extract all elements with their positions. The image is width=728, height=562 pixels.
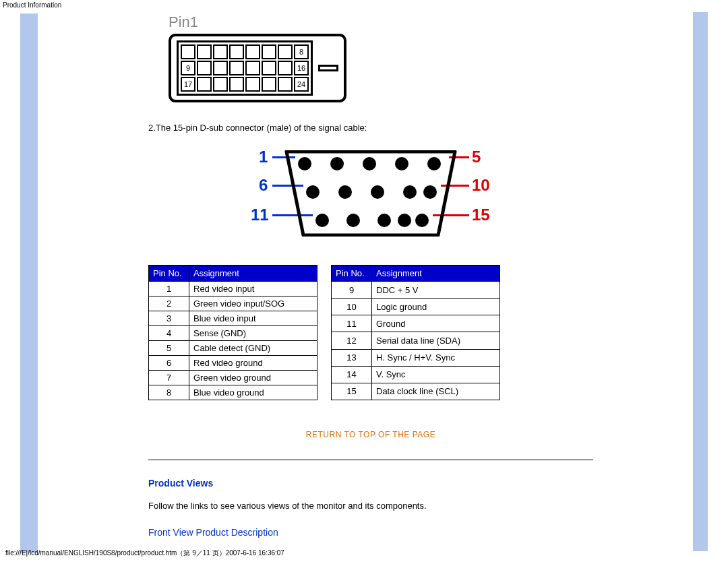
table-row: 5Cable detect (GND) — [149, 341, 317, 356]
section-divider — [148, 460, 593, 460]
table-row: 15Data clock line (SCL) — [332, 383, 500, 400]
table-row: 14V. Sync — [332, 366, 500, 383]
table-row: 2Green video input/SOG — [149, 296, 317, 311]
table-row: 11Ground — [332, 315, 500, 332]
table-row: 6Red video ground — [149, 356, 317, 371]
pin-table-right: Pin No. Assignment 9DDC + 5 V 10Logic gr… — [331, 265, 500, 400]
table-row: 1Red video input — [149, 282, 317, 296]
table-row: 13H. Sync / H+V. Sync — [332, 349, 500, 366]
product-views-body: Follow the links to see various views of… — [148, 501, 593, 511]
assignment-header: Assignment — [189, 266, 317, 282]
pin-table-left: Pin No. Assignment 1Red video input 2Gre… — [148, 265, 317, 400]
left-decor-strip — [20, 13, 38, 553]
dvi-pin-grid: 8 916 1724 — [177, 40, 313, 96]
table-row: 3Blue video input — [149, 311, 317, 326]
pin1-label: Pin1 — [169, 13, 593, 31]
table-row: 4Sense (GND) — [149, 326, 317, 341]
table-row: 9DDC + 5 V — [332, 282, 500, 299]
dvi-connector-diagram: Pin1 8 916 1724 — [169, 13, 593, 102]
table-row: 10Logic ground — [332, 299, 500, 315]
pin-assignment-tables: Pin No. Assignment 1Red video input 2Gre… — [148, 265, 593, 400]
dvi-ground-bar-icon — [318, 65, 338, 71]
dsub-intro-text: 2.The 15-pin D-sub connector (male) of t… — [148, 123, 593, 133]
right-decor-strip — [693, 12, 708, 551]
assignment-header: Assignment — [372, 266, 500, 282]
page-footer-path: file:///E|/lcd/manual/ENGLISH/190S8/prod… — [3, 547, 287, 559]
table-row: 8Blue video ground — [149, 385, 317, 400]
product-views-heading: Product Views — [148, 478, 593, 489]
table-row: 12Serial data line (SDA) — [332, 332, 500, 349]
table-row: 7Green video ground — [149, 371, 317, 385]
dsub-connector-diagram: 1 5 6 10 11 15 — [236, 144, 506, 238]
return-to-top-link[interactable]: RETURN TO TOP OF THE PAGE — [306, 430, 435, 439]
pin-no-header: Pin No. — [332, 266, 372, 282]
pin-no-header: Pin No. — [149, 266, 189, 282]
front-view-link[interactable]: Front View Product Description — [148, 527, 278, 538]
page-header: Product Information — [0, 0, 728, 10]
main-content: Pin1 8 916 1724 2.The 15-pin D-sub conne… — [148, 13, 593, 562]
